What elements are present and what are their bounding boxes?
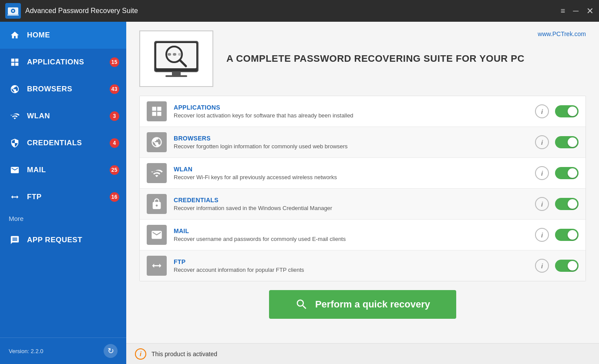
home-icon	[9, 29, 21, 41]
feature-text-mail: MAIL Recover username and passwords for …	[174, 227, 535, 242]
refresh-button[interactable]: ↻	[104, 344, 118, 358]
svg-point-3	[12, 10, 14, 12]
feature-title-browsers: BROWSERS	[174, 135, 535, 142]
feature-row-applications: APPLICATIONS Recover lost activation key…	[140, 96, 586, 127]
feature-desc-mail: Recover username and passwords for commo…	[174, 236, 535, 242]
sidebar-item-ftp[interactable]: FTP 16	[0, 184, 126, 210]
toggle-applications[interactable]	[555, 105, 579, 117]
main-content: A COMPLETE PASSWORD RECOVERING SUITE FOR…	[126, 22, 599, 343]
credentials-badge: 4	[110, 138, 119, 148]
sidebar-item-browsers[interactable]: BROWSERS 43	[0, 76, 126, 103]
feature-row-browsers: BROWSERS Recover forgotten login informa…	[140, 127, 586, 158]
sidebar-item-wlan[interactable]: WLAN 3	[0, 103, 126, 130]
wlan-badge: 3	[110, 111, 119, 121]
mail-badge: 25	[110, 165, 119, 175]
info-btn-credentials[interactable]: i	[535, 197, 549, 211]
more-label[interactable]: More	[0, 210, 126, 227]
recovery-section: Perform a quick recovery	[139, 290, 586, 319]
feature-desc-ftp: Recover account information for popular …	[174, 267, 535, 273]
status-info-icon: i	[135, 348, 146, 360]
toggle-wlan[interactable]	[555, 167, 579, 179]
svg-rect-11	[168, 53, 171, 56]
app-request-icon	[9, 234, 21, 246]
info-btn-ftp[interactable]: i	[535, 259, 549, 273]
toggle-ftp[interactable]	[555, 260, 579, 272]
feature-desc-wlan: Recover Wi-Fi keys for all previously ac…	[174, 174, 535, 180]
feature-text-ftp: FTP Recover account information for popu…	[174, 258, 535, 273]
browsers-badge: 43	[110, 84, 119, 94]
info-btn-mail[interactable]: i	[535, 228, 549, 242]
feature-title-credentials: CREDENTIALS	[174, 197, 535, 204]
feature-desc-browsers: Recover forgotten login information for …	[174, 143, 535, 150]
minimize-button[interactable]: ─	[573, 7, 579, 15]
sidebar-item-mail[interactable]: MAIL 25	[0, 157, 126, 184]
info-btn-browsers[interactable]: i	[535, 135, 549, 149]
version-label: Version: 2.2.0	[9, 348, 44, 354]
svg-rect-13	[178, 53, 182, 56]
feature-icon-browsers	[147, 132, 167, 152]
toggle-browsers[interactable]	[555, 136, 579, 148]
svg-rect-4	[7, 14, 19, 16]
feature-row-mail: MAIL Recover username and passwords for …	[140, 220, 586, 250]
features-list: APPLICATIONS Recover lost activation key…	[139, 96, 586, 281]
feature-title-applications: APPLICATIONS	[174, 104, 535, 111]
toggle-credentials[interactable]	[555, 198, 579, 210]
svg-rect-8	[165, 75, 187, 77]
feature-title-mail: MAIL	[174, 227, 535, 234]
toggle-mail[interactable]	[555, 229, 579, 241]
feature-row-ftp: FTP Recover account information for popu…	[140, 250, 586, 281]
mail-icon	[9, 164, 21, 176]
feature-icon-ftp	[147, 256, 167, 276]
header-tagline: A COMPLETE PASSWORD RECOVERING SUITE FOR…	[226, 53, 525, 64]
info-btn-wlan[interactable]: i	[535, 166, 549, 180]
close-button[interactable]: ✕	[586, 7, 594, 15]
svg-rect-12	[173, 53, 176, 56]
app-logo	[5, 3, 21, 19]
feature-row-wlan: WLAN Recover Wi-Fi keys for all previous…	[140, 158, 586, 189]
recovery-btn-label: Perform a quick recovery	[315, 299, 430, 310]
status-text: This product is activated	[151, 351, 217, 357]
feature-text-browsers: BROWSERS Recover forgotten login informa…	[174, 135, 535, 150]
applications-badge: 15	[110, 57, 119, 67]
website-link[interactable]: www.PCTrek.com	[538, 30, 586, 37]
window-controls: ≡ ─ ✕	[561, 7, 594, 15]
sidebar-item-credentials[interactable]: CREDENTIALS 4	[0, 130, 126, 157]
feature-text-wlan: WLAN Recover Wi-Fi keys for all previous…	[174, 166, 535, 180]
quick-recovery-button[interactable]: Perform a quick recovery	[269, 290, 456, 319]
feature-desc-applications: Recover lost activation keys for softwar…	[174, 112, 535, 119]
main-panel: A COMPLETE PASSWORD RECOVERING SUITE FOR…	[126, 22, 599, 364]
feature-title-ftp: FTP	[174, 258, 535, 265]
header-area: A COMPLETE PASSWORD RECOVERING SUITE FOR…	[139, 30, 586, 87]
feature-desc-credentials: Recover information saved in the Windows…	[174, 205, 535, 211]
sidebar: HOME APPLICATIONS 15 BROWSERS 43 WLAN 3	[0, 22, 126, 364]
sidebar-item-applications[interactable]: APPLICATIONS 15	[0, 49, 126, 76]
header-logo-box	[139, 30, 213, 87]
applications-icon	[9, 56, 21, 68]
feature-text-credentials: CREDENTIALS Recover information saved in…	[174, 197, 535, 211]
titlebar: Advanced Password Recovery Suite ≡ ─ ✕	[0, 0, 599, 22]
sidebar-bottom: Version: 2.2.0 ↻	[0, 337, 126, 364]
app-title: Advanced Password Recovery Suite	[25, 7, 561, 15]
statusbar: i This product is activated	[126, 343, 599, 364]
feature-icon-credentials	[147, 194, 167, 214]
sidebar-item-app-request[interactable]: APP REQUEST	[0, 227, 126, 254]
browsers-icon	[9, 83, 21, 95]
feature-icon-applications	[147, 101, 167, 121]
credentials-icon	[9, 137, 21, 149]
ftp-badge: 16	[110, 192, 119, 202]
feature-text-applications: APPLICATIONS Recover lost activation key…	[174, 104, 535, 119]
info-btn-applications[interactable]: i	[535, 104, 549, 118]
ftp-icon	[9, 191, 21, 203]
feature-icon-wlan	[147, 163, 167, 183]
feature-title-wlan: WLAN	[174, 166, 535, 173]
sidebar-item-home[interactable]: HOME	[0, 22, 126, 49]
app-body: HOME APPLICATIONS 15 BROWSERS 43 WLAN 3	[0, 22, 599, 364]
menu-button[interactable]: ≡	[561, 7, 565, 15]
wlan-icon	[9, 110, 21, 122]
feature-row-credentials: CREDENTIALS Recover information saved in…	[140, 189, 586, 220]
feature-icon-mail	[147, 225, 167, 245]
